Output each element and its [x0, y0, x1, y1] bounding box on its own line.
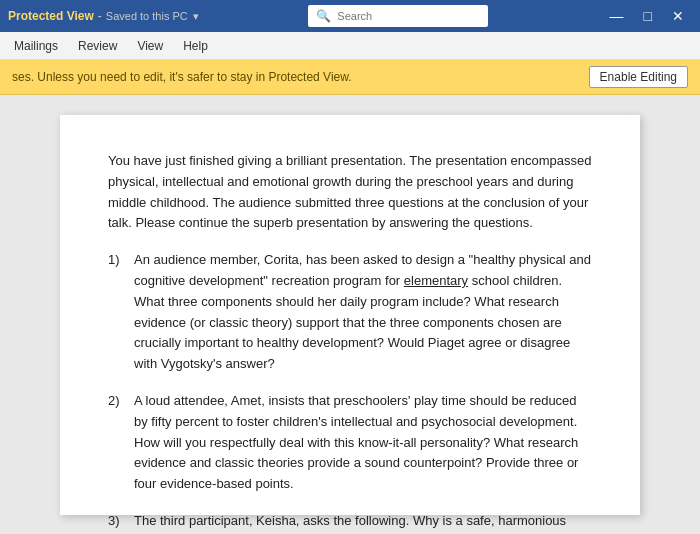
protected-view-banner: ses. Unless you need to edit, it's safer… [0, 60, 700, 95]
question-1: 1) An audience member, Corita, has been … [108, 250, 592, 375]
maximize-button[interactable]: □ [636, 0, 660, 32]
menu-help[interactable]: Help [173, 35, 218, 57]
protected-view-label: Protected View [8, 9, 94, 23]
title-bar-controls: — □ ✕ [602, 0, 692, 32]
title-bar-left: Protected View - Saved to this PC ▾ 🔍 [8, 5, 594, 27]
question-2-number: 2) [108, 391, 128, 495]
protected-view-text: ses. Unless you need to edit, it's safer… [12, 70, 581, 84]
menu-view[interactable]: View [127, 35, 173, 57]
document-intro: You have just finished giving a brillian… [108, 151, 592, 234]
question-3-text: The third participant, Keisha, asks the … [134, 511, 592, 534]
close-button[interactable]: ✕ [664, 0, 692, 32]
enable-editing-button[interactable]: Enable Editing [589, 66, 688, 88]
question-1-text: An audience member, Corita, has been ask… [134, 250, 592, 375]
question-2-text: A loud attendee, Amet, insists that pres… [134, 391, 592, 495]
question-3: 3) The third participant, Keisha, asks t… [108, 511, 592, 534]
document-area: You have just finished giving a brillian… [0, 95, 700, 534]
saved-label: Saved to this PC ▾ [106, 9, 199, 23]
search-icon: 🔍 [316, 9, 331, 23]
title-bar: Protected View - Saved to this PC ▾ 🔍 — … [0, 0, 700, 32]
underline-word: elementary [404, 273, 468, 288]
menu-review[interactable]: Review [68, 35, 127, 57]
document-page: You have just finished giving a brillian… [60, 115, 640, 515]
question-2: 2) A loud attendee, Amet, insists that p… [108, 391, 592, 495]
question-3-number: 3) [108, 511, 128, 534]
question-1-number: 1) [108, 250, 128, 375]
search-input[interactable] [337, 10, 477, 22]
search-box[interactable]: 🔍 [308, 5, 488, 27]
minimize-button[interactable]: — [602, 0, 632, 32]
document-questions: 1) An audience member, Corita, has been … [108, 250, 592, 534]
title-separator: - [98, 9, 102, 23]
menu-mailings[interactable]: Mailings [4, 35, 68, 57]
menu-bar: Mailings Review View Help [0, 32, 700, 60]
